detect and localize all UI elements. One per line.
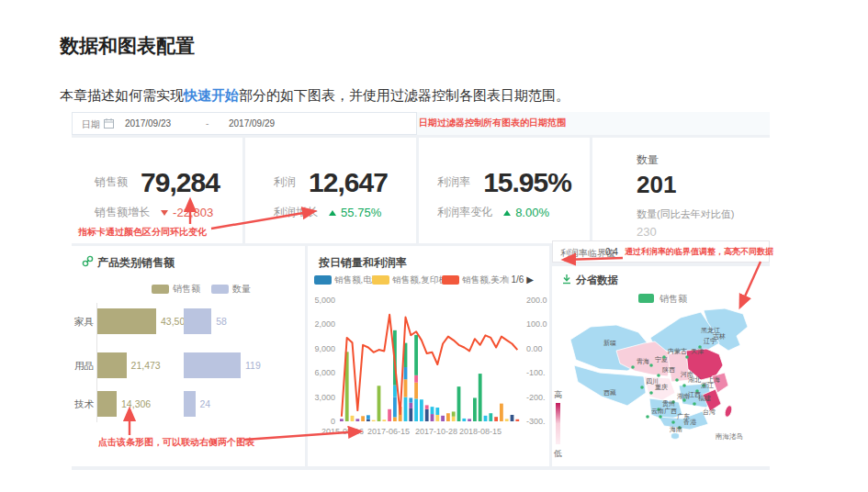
map-region-taiwan[interactable] <box>724 405 733 418</box>
kpi-value: 201 <box>637 171 770 199</box>
svg-text:湖北: 湖北 <box>688 376 701 384</box>
svg-text:香港: 香港 <box>683 419 697 426</box>
sales-value: 21,473 <box>131 360 161 371</box>
legend-swatch-phone[interactable] <box>314 275 332 285</box>
svg-text:广西: 广西 <box>664 408 677 415</box>
svg-text:浙江: 浙江 <box>701 382 714 389</box>
qty-value: 58 <box>216 316 227 327</box>
intro-paragraph: 本章描述如何需实现快速开始部分的如下图表，并使用过滤器控制各图表日期范围。 <box>60 87 569 105</box>
annotation-date-filter: 日期过滤器控制所有图表的日期范围 <box>419 117 566 129</box>
trend-arrow-icon <box>161 210 168 216</box>
bar-category-label: 技术 <box>72 398 94 411</box>
drilldown-icon <box>561 274 572 285</box>
map-regions[interactable] <box>570 308 748 439</box>
sea-islands-label: 南海渚岛 <box>716 432 743 442</box>
legend-swatch-art[interactable] <box>442 275 459 285</box>
map-legend-swatch[interactable] <box>638 294 654 303</box>
date-start-value[interactable]: 2017/09/23 <box>125 118 171 129</box>
kpi-card-profit: 利润12,647 利润增长55.75% <box>245 138 416 243</box>
map-region-hainan[interactable] <box>671 433 680 440</box>
svg-text:天津: 天津 <box>691 348 704 355</box>
calendar-icon <box>104 118 114 129</box>
kpi-change-value: -22,803 <box>161 206 213 219</box>
svg-text:宁夏: 宁夏 <box>655 356 668 363</box>
sales-bar[interactable] <box>97 308 156 334</box>
qty-bar[interactable] <box>184 308 211 334</box>
kpi-change-value: 55.75% <box>329 206 381 219</box>
map-panel: 分省数据 销售额 高 低 <box>552 266 770 466</box>
legend-label-qty[interactable]: 数量 <box>232 283 251 296</box>
sales-bar[interactable] <box>97 391 117 417</box>
svg-text:新疆: 新疆 <box>603 339 616 347</box>
kpi-label: 销售额 <box>95 174 128 196</box>
kpi-value: 12,647 <box>309 169 388 196</box>
bar-row-furniture[interactable]: 家具 43,504 58 <box>72 308 305 334</box>
link-icon <box>82 255 94 267</box>
date-range-filter[interactable]: 日期 2017/09/23 - 2017/09/29 <box>72 112 417 135</box>
combo-chart-plot[interactable] <box>338 300 522 421</box>
pagination-next-icon[interactable]: ▶ <box>526 274 534 285</box>
scale-low-label: 低 <box>554 448 562 460</box>
kpi-card-profit-rate: 利润率15.95% 利润率变化8.00% <box>419 138 590 243</box>
date-end-value[interactable]: 2017/09/29 <box>229 118 275 129</box>
kpi-sub-label: 数量(同比去年对比值) <box>637 207 770 221</box>
bar-chart-panel: 产品类别销售额 销售额 数量 家具 43,504 58 用品 21,473 11… <box>72 246 305 466</box>
date-filter-label: 日期 <box>82 118 100 131</box>
sales-bar[interactable] <box>97 352 127 378</box>
legend-label-copier[interactable]: 销售额,复印机 <box>392 274 447 286</box>
legend-swatch-sales[interactable] <box>152 285 169 294</box>
kpi-sub-label: 销售额增长 <box>95 205 150 220</box>
kpi-card-quantity: 数量 201 数量(同比去年对比值) 230 <box>592 138 770 243</box>
combo-chart-panel: 按日销量和利润率 销售额,电话 销售额,复印机 销售额,美术 ◀ 1/6 ▶ 5… <box>308 246 549 466</box>
svg-text:云南: 云南 <box>651 408 664 414</box>
bar-row-supplies[interactable]: 用品 21,473 119 <box>72 352 305 378</box>
scale-high-label: 高 <box>554 389 562 401</box>
svg-text:西藏: 西藏 <box>603 389 616 397</box>
svg-text:贵州: 贵州 <box>662 400 675 408</box>
intro-text-after: 部分的如下图表，并使用过滤器控制各图表日期范围。 <box>239 87 569 103</box>
qty-value: 119 <box>245 360 261 371</box>
bar-row-technology[interactable]: 技术 14,306 24 <box>72 391 305 417</box>
combo-chart-title: 按日销量和利润率 <box>319 255 407 271</box>
quick-start-link[interactable]: 快速开始 <box>184 87 239 103</box>
svg-text:海南: 海南 <box>670 426 682 433</box>
map-legend-label[interactable]: 销售额 <box>659 293 687 306</box>
annotation-bar-link: 点击该条形图，可以联动右侧两个图表 <box>98 436 254 449</box>
svg-text:吉林: 吉林 <box>713 333 726 341</box>
threshold-value[interactable]: 0.4 <box>605 247 618 257</box>
annotation-threshold: 通过利润率的临界值调整，高亮不同数据 <box>625 246 773 258</box>
svg-text:福建: 福建 <box>698 395 711 402</box>
legend-label-sales[interactable]: 销售额 <box>173 283 200 296</box>
legend-swatch-copier[interactable] <box>372 275 389 285</box>
kpi-label: 利润率 <box>437 174 470 196</box>
kpi-label: 数量 <box>637 152 770 168</box>
kpi-sub-label: 利润率变化 <box>437 205 492 220</box>
doc-page: 数据和图表配置 本章描述如何需实现快速开始部分的如下图表，并使用过滤器控制各图表… <box>0 0 868 492</box>
qty-bar[interactable] <box>184 391 196 417</box>
svg-text:青海: 青海 <box>637 358 649 365</box>
qty-bar[interactable] <box>184 352 241 378</box>
kpi-change-value: 8.00% <box>503 206 549 219</box>
svg-text:重庆: 重庆 <box>655 384 668 390</box>
kpi-compare-value: 230 <box>637 225 770 239</box>
color-scale-gradient <box>556 403 560 444</box>
legend-swatch-qty[interactable] <box>211 285 229 294</box>
svg-text:陕西: 陕西 <box>662 366 675 374</box>
sales-value: 14,306 <box>121 398 151 409</box>
date-separator: - <box>206 118 209 129</box>
pagination-prev-icon[interactable]: ◀ <box>502 274 509 285</box>
legend-pagination: ◀ 1/6 ▶ <box>502 274 534 285</box>
map-region[interactable] <box>574 365 646 406</box>
trend-arrow-icon <box>503 210 511 216</box>
kpi-value: 15.95% <box>483 169 571 196</box>
svg-text:台湾: 台湾 <box>703 408 716 416</box>
annotation-kpi: 指标卡通过颜色区分同环比变化 <box>78 226 207 239</box>
map-title: 分省数据 <box>576 274 618 287</box>
svg-text:内蒙古: 内蒙古 <box>668 348 687 355</box>
bar-category-label: 用品 <box>72 360 94 373</box>
dashboard-screenshot: 日期 2017/09/23 - 2017/09/29 日期过滤器控制所有图表的日… <box>72 112 770 470</box>
pagination-label: 1/6 <box>511 274 524 285</box>
trend-arrow-icon <box>329 210 336 216</box>
kpi-value: 79,284 <box>141 169 220 196</box>
page-title: 数据和图表配置 <box>60 33 195 59</box>
